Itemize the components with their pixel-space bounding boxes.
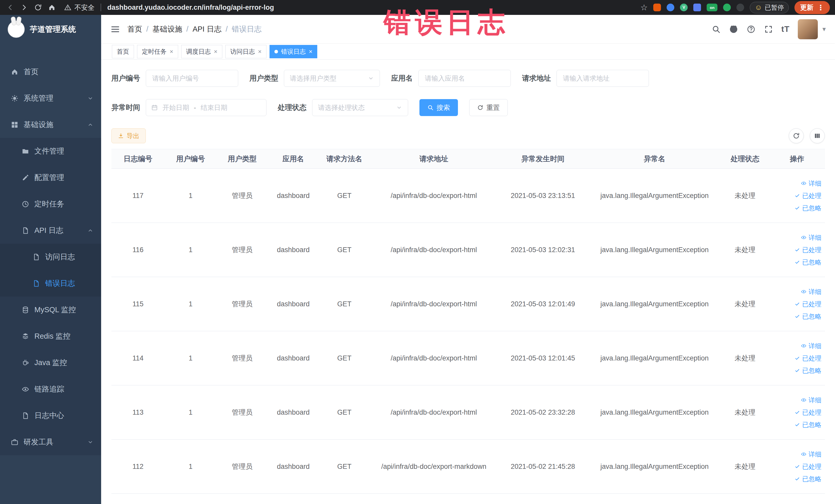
ignored-link[interactable]: 已忽略 bbox=[771, 419, 821, 431]
table-header-row: 日志编号 用户编号 用户类型 应用名 请求方法名 请求地址 异常发生时间 异常名… bbox=[111, 149, 825, 169]
ignored-link[interactable]: 已忽略 bbox=[771, 310, 821, 322]
tags-view-bar: 首页 定时任务 × 调度日志 × 访问日志 × 错误日志 × bbox=[101, 44, 835, 60]
breadcrumb-error-log: 错误日志 bbox=[232, 24, 262, 35]
sidebar-item-api-log[interactable]: API 日志 bbox=[0, 217, 101, 244]
search-icon[interactable] bbox=[712, 25, 721, 34]
sidebar-item-log-center[interactable]: 日志中心 bbox=[0, 402, 101, 429]
ignored-link[interactable]: 已忽略 bbox=[771, 202, 821, 214]
paused-badge[interactable]: ☺ 已暂停 bbox=[750, 2, 789, 13]
refresh-icon bbox=[477, 104, 483, 110]
filter-app-name: 应用名 bbox=[391, 70, 511, 87]
tab-access-log[interactable]: 访问日志 × bbox=[225, 45, 266, 58]
extension-icon[interactable] bbox=[653, 4, 661, 11]
extension-icon[interactable] bbox=[723, 4, 731, 11]
breadcrumb-api-log[interactable]: API 日志 bbox=[192, 24, 222, 35]
detail-link[interactable]: 详细 bbox=[771, 340, 821, 352]
chevron-down-icon bbox=[87, 95, 94, 101]
smiley-icon: ☺ bbox=[755, 3, 762, 12]
breadcrumb-infrastructure[interactable]: 基础设施 bbox=[152, 24, 182, 35]
tab-home[interactable]: 首页 bbox=[112, 45, 134, 58]
sidebar-item-trace[interactable]: 链路追踪 bbox=[0, 376, 101, 402]
home-icon[interactable] bbox=[47, 2, 57, 13]
ignored-link[interactable]: 已忽略 bbox=[771, 473, 821, 485]
processed-link[interactable]: 已处理 bbox=[771, 244, 821, 256]
request-url-input[interactable] bbox=[556, 70, 649, 87]
sidebar-item-home[interactable]: 首页 bbox=[0, 59, 101, 85]
close-icon[interactable]: × bbox=[214, 48, 218, 55]
extension-icon[interactable]: V bbox=[680, 4, 688, 11]
chevron-down-icon bbox=[368, 75, 374, 81]
collapse-menu-icon[interactable] bbox=[110, 24, 120, 34]
browser-menu-icon[interactable]: ⋮ bbox=[817, 3, 824, 12]
close-icon[interactable]: × bbox=[258, 48, 262, 55]
search-button[interactable]: 搜索 bbox=[420, 99, 458, 116]
app-name-input[interactable] bbox=[419, 70, 511, 87]
security-label: 不安全 bbox=[75, 3, 95, 12]
check-icon bbox=[794, 422, 800, 427]
process-status-label: 处理状态 bbox=[278, 103, 306, 113]
forward-icon[interactable] bbox=[19, 2, 29, 13]
processed-link[interactable]: 已处理 bbox=[771, 406, 821, 419]
bookmark-star-icon[interactable]: ☆ bbox=[640, 3, 648, 12]
user-avatar[interactable] bbox=[798, 19, 818, 39]
check-icon bbox=[794, 205, 800, 211]
sidebar-item-dev-tools[interactable]: 研发工具 bbox=[0, 429, 101, 455]
processed-link[interactable]: 已处理 bbox=[771, 298, 821, 310]
sidebar-item-scheduled-tasks[interactable]: 定时任务 bbox=[0, 191, 101, 217]
help-icon[interactable] bbox=[747, 25, 756, 34]
avatar-caret-icon[interactable]: ▾ bbox=[822, 25, 826, 33]
sidebar-item-error-log[interactable]: 错误日志 bbox=[0, 270, 101, 297]
filter-process-status: 处理状态 请选择处理状态 bbox=[278, 99, 408, 116]
detail-link[interactable]: 详细 bbox=[771, 231, 821, 244]
processed-link[interactable]: 已处理 bbox=[771, 352, 821, 364]
breadcrumb-home[interactable]: 首页 bbox=[127, 24, 142, 35]
col-method: 请求方法名 bbox=[319, 149, 370, 169]
reset-button[interactable]: 重置 bbox=[469, 99, 508, 116]
detail-link[interactable]: 详细 bbox=[771, 394, 821, 406]
sidebar-item-java-monitor[interactable]: Java 监控 bbox=[0, 349, 101, 376]
tab-dispatch-log[interactable]: 调度日志 × bbox=[181, 45, 222, 58]
extension-icon[interactable] bbox=[693, 4, 701, 11]
extensions-puzzle-icon[interactable] bbox=[736, 4, 744, 11]
export-button[interactable]: 导出 bbox=[111, 128, 146, 143]
ignored-link[interactable]: 已忽略 bbox=[771, 364, 821, 377]
sidebar-item-access-log[interactable]: 访问日志 bbox=[0, 244, 101, 270]
chevron-down-icon bbox=[396, 104, 402, 110]
sidebar-item-system-management[interactable]: 系统管理 bbox=[0, 85, 101, 112]
processed-link[interactable]: 已处理 bbox=[771, 189, 821, 202]
update-button[interactable]: 更新 ⋮ bbox=[794, 1, 830, 14]
tab-error-log[interactable]: 错误日志 × bbox=[269, 45, 317, 58]
user-id-input[interactable] bbox=[146, 70, 238, 87]
fullscreen-icon[interactable] bbox=[764, 25, 773, 34]
sidebar-item-file-management[interactable]: 文件管理 bbox=[0, 138, 101, 164]
ignored-link[interactable]: 已忽略 bbox=[771, 256, 821, 268]
close-icon[interactable]: × bbox=[309, 48, 312, 55]
extension-icon[interactable] bbox=[667, 4, 674, 11]
github-icon[interactable] bbox=[729, 25, 738, 34]
sidebar-item-config-management[interactable]: 配置管理 bbox=[0, 164, 101, 191]
user-type-select[interactable]: 请选择用户类型 bbox=[284, 70, 380, 87]
reload-icon[interactable] bbox=[33, 2, 43, 13]
detail-link[interactable]: 详细 bbox=[771, 448, 821, 460]
logo[interactable]: 芋道管理系统 bbox=[0, 15, 101, 44]
processed-link[interactable]: 已处理 bbox=[771, 460, 821, 473]
detail-link[interactable]: 详细 bbox=[771, 285, 821, 298]
close-icon[interactable]: × bbox=[170, 48, 173, 55]
sidebar-item-infrastructure[interactable]: 基础设施 bbox=[0, 112, 101, 138]
process-status-select[interactable]: 请选择处理状态 bbox=[312, 99, 408, 116]
check-icon bbox=[794, 368, 800, 373]
sidebar-item-mysql-monitor[interactable]: MySQL 监控 bbox=[0, 297, 101, 323]
column-settings-button[interactable] bbox=[810, 128, 825, 143]
chevron-down-icon bbox=[87, 439, 94, 445]
exception-time-range-picker[interactable]: 开始日期 - 结束日期 bbox=[146, 99, 266, 116]
logo-rabbit-avatar bbox=[8, 21, 25, 38]
back-icon[interactable] bbox=[5, 2, 15, 13]
tab-scheduled-tasks[interactable]: 定时任务 × bbox=[137, 45, 178, 58]
sidebar-item-redis-monitor[interactable]: Redis 监控 bbox=[0, 323, 101, 349]
site-security[interactable]: 不安全 bbox=[64, 3, 95, 12]
refresh-table-button[interactable] bbox=[789, 128, 804, 143]
extension-icon[interactable]: on bbox=[707, 4, 717, 11]
detail-link[interactable]: 详细 bbox=[771, 177, 821, 189]
font-size-icon[interactable]: tT bbox=[781, 24, 790, 34]
address-bar-url[interactable]: dashboard.yudao.iocoder.cn/infra/log/api… bbox=[107, 4, 274, 12]
